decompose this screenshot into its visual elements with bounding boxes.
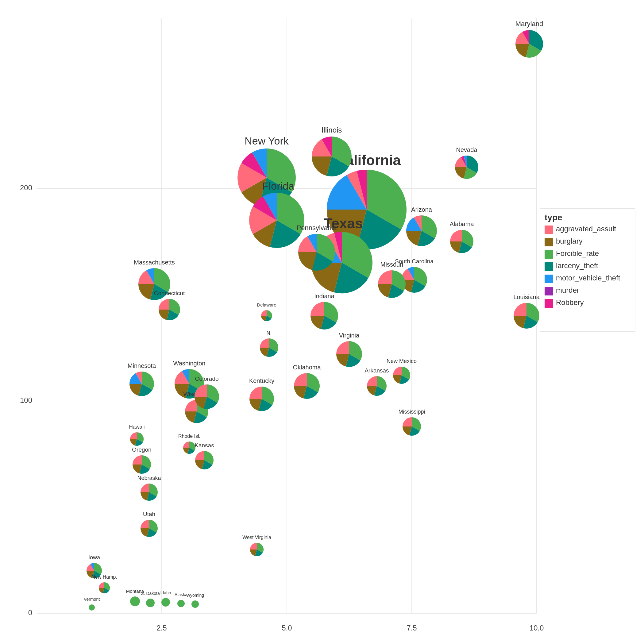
legend-label-larceny: larceny_theft xyxy=(556,261,598,270)
pie-kentucky: Kentucky xyxy=(249,377,274,411)
label-mississippi: Mississippi xyxy=(398,409,425,415)
label-newmexico: New Mexico xyxy=(387,358,417,364)
label-washington: Washington xyxy=(173,360,206,367)
label-wyoming: Wyoming xyxy=(186,593,204,598)
label-pennsylvania: Pennsylvania xyxy=(297,224,337,232)
label-oklahoma: Oklahoma xyxy=(293,364,321,371)
pie-missouri: Missouri xyxy=(378,261,406,298)
pie-virginia: Virginia xyxy=(336,332,362,367)
legend-label-aggravated: aggravated_assult xyxy=(556,225,616,233)
label-maryland: Maryland xyxy=(515,20,543,28)
pie-colorado: Colorado xyxy=(195,376,219,409)
label-utah: Utah xyxy=(143,511,155,517)
label-idaho: Idaho xyxy=(160,590,171,595)
label-newhampshire: New Hamp. xyxy=(91,574,117,580)
label-minnesota: Minnesota xyxy=(128,362,156,369)
chart-container: 0 100 200 2.5 5.0 7.5 10.0 California Te… xyxy=(0,0,644,644)
label-southdakota: S. Dakota xyxy=(141,591,160,596)
legend-swatch-robbery xyxy=(545,299,553,308)
label-arizona: Arizona xyxy=(411,206,432,213)
label-nevada: Nevada xyxy=(456,146,478,153)
legend-swatch-motor xyxy=(545,275,553,283)
pie-nevada: Nevada xyxy=(455,146,478,179)
legend-title: type xyxy=(545,213,562,222)
label-vermont: Vermont xyxy=(84,597,100,602)
svg-point-5 xyxy=(161,598,170,607)
label-virginia: Virginia xyxy=(339,332,360,339)
label-colorado: Colorado xyxy=(195,376,218,382)
pie-louisiana: Louisiana xyxy=(513,294,540,329)
svg-point-8 xyxy=(89,604,95,611)
pie-utah: Utah xyxy=(141,511,158,537)
legend-swatch-aggravated xyxy=(545,226,553,234)
label-hawaii: Hawaii xyxy=(129,424,145,430)
pie-oregon: Oregon xyxy=(132,446,151,474)
label-alaska: Alaska xyxy=(175,592,187,597)
legend-label-burglary: burglary xyxy=(556,237,583,245)
svg-point-7 xyxy=(191,600,199,608)
y-tick-100: 100 xyxy=(20,396,32,404)
label-oregon: Oregon xyxy=(132,446,151,453)
legend-label-murder: murder xyxy=(556,286,579,294)
label-missouri: Missouri xyxy=(380,261,403,268)
y-tick-0: 0 xyxy=(28,608,32,617)
label-massachusetts: Massachusetts xyxy=(134,259,175,266)
pie-pennsylvania: Pennsylvania xyxy=(297,224,337,271)
label-alabama: Alabama xyxy=(450,221,474,227)
label-kansas: Kansas xyxy=(195,442,214,449)
label-arkansas: Arkansas xyxy=(364,367,389,374)
legend-swatch-burglary xyxy=(545,238,553,246)
label-connecticut: Connecticut xyxy=(154,290,185,296)
label-newyork: New York xyxy=(245,135,289,147)
x-tick-50: 5.0 xyxy=(282,624,292,632)
label-louisiana: Louisiana xyxy=(513,294,540,300)
label-florida: Florida xyxy=(262,180,294,192)
label-rhodeisland: Rhode Isl. xyxy=(178,434,200,439)
label-iowa: Iowa xyxy=(88,554,100,561)
x-tick-75: 7.5 xyxy=(407,624,417,632)
x-tick-100: 10.0 xyxy=(530,624,544,632)
main-chart: 0 100 200 2.5 5.0 7.5 10.0 California Te… xyxy=(0,0,644,644)
svg-point-4 xyxy=(146,599,155,607)
label-newjersey: N. xyxy=(267,330,272,336)
label-illinois: Illinois xyxy=(322,126,342,134)
pie-kansas: Kansas xyxy=(195,442,214,469)
legend-label-robbery: Robbery xyxy=(556,298,584,307)
label-nebraska: Nebraska xyxy=(137,475,161,481)
legend-swatch-larceny xyxy=(545,262,553,271)
svg-point-6 xyxy=(177,600,185,607)
legend-swatch-forcible xyxy=(545,250,553,259)
pie-oklahoma: Oklahoma xyxy=(293,364,321,399)
label-westvirginia: West Virginia xyxy=(242,535,271,540)
label-indiana: Indiana xyxy=(314,293,334,299)
legend-label-forcible: Forcible_rate xyxy=(556,249,599,257)
pie-alabama: Alabama xyxy=(450,221,474,253)
x-tick-25: 2.5 xyxy=(156,624,167,632)
pie-indiana: Indiana xyxy=(310,293,338,330)
legend-swatch-murder xyxy=(545,287,553,295)
y-tick-200: 200 xyxy=(20,183,32,192)
label-kentucky: Kentucky xyxy=(249,377,274,384)
pie-maryland: Maryland xyxy=(515,20,543,58)
label-delaware: Delaware xyxy=(257,302,276,307)
legend-label-motor: motor_vehicle_theft xyxy=(556,274,620,282)
svg-point-3 xyxy=(130,596,140,606)
